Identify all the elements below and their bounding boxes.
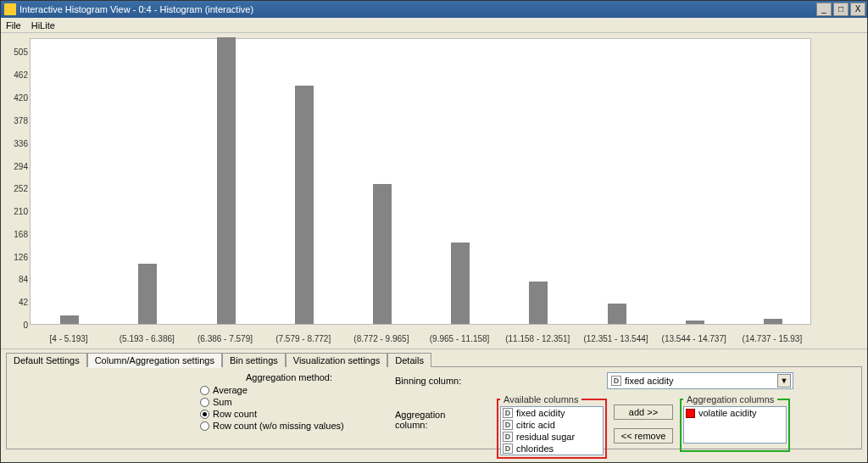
histogram-bar[interactable]: [60, 315, 79, 324]
y-tick-label: 84: [8, 275, 28, 284]
y-tick-label: 168: [8, 229, 28, 238]
y-tick-label: 42: [8, 298, 28, 307]
x-tick-label: (11.158 - 12.351]: [505, 334, 570, 343]
x-tick-label: (7.579 - 8.772]: [275, 334, 331, 343]
radio-icon: [200, 410, 209, 419]
x-tick-label: (5.193 - 6.386]: [120, 334, 175, 343]
tab-visualization-settings[interactable]: Visualization settings: [286, 353, 388, 367]
y-tick-label: 462: [8, 70, 28, 80]
radio-average[interactable]: Average: [200, 384, 378, 396]
maximize-button[interactable]: □: [833, 3, 849, 16]
histogram-bar[interactable]: [529, 282, 548, 324]
menubar: File HiLite: [1, 18, 867, 33]
color-swatch-icon: [686, 409, 695, 418]
histogram-bar[interactable]: [295, 86, 314, 324]
aggregation-column-label: Aggregation column:: [395, 411, 480, 428]
double-type-icon: D: [503, 443, 513, 454]
list-item[interactable]: Dchlorides: [501, 443, 603, 455]
list-item[interactable]: volatile acidity: [684, 407, 786, 419]
double-type-icon: D: [503, 432, 513, 442]
double-type-icon: D: [503, 420, 513, 430]
histogram-bar[interactable]: [138, 264, 157, 324]
x-tick-label: [4 - 5.193]: [50, 334, 88, 343]
add-button[interactable]: add >>: [614, 404, 673, 420]
y-tick-label: 252: [8, 184, 28, 193]
remove-button[interactable]: << remove: [614, 428, 673, 443]
radio-row-count[interactable]: Row count: [200, 408, 378, 420]
radio-icon: [200, 421, 209, 431]
settings-tabs: Default Settings Column/Aggregation sett…: [6, 353, 862, 367]
y-tick-label: 420: [8, 93, 28, 103]
y-tick-label: 505: [8, 47, 28, 56]
list-item[interactable]: Dresidual sugar: [501, 431, 603, 443]
list-item[interactable]: Dfixed acidity: [501, 407, 603, 419]
app-icon: [4, 3, 16, 15]
radio-row-count-no-missing[interactable]: Row count (w/o missing values): [200, 420, 378, 432]
y-tick-label: 378: [8, 115, 28, 125]
tab-default-settings[interactable]: Default Settings: [6, 353, 87, 367]
minimize-button[interactable]: _: [816, 3, 832, 16]
x-tick-label: (13.544 - 14.737]: [662, 334, 726, 343]
aggregation-columns-list[interactable]: volatile acidity: [683, 406, 787, 443]
radio-sum[interactable]: Sum: [200, 396, 378, 408]
y-tick-label: 126: [8, 252, 28, 261]
window-title: Interactive Histogram View - 0:4 - Histo…: [19, 4, 253, 14]
available-columns-list[interactable]: Dfixed acidityDcitric acidDresidual suga…: [500, 406, 604, 455]
plot-area: [30, 38, 811, 325]
binning-column-combo[interactable]: Dfixed acidity ▼: [607, 372, 793, 389]
radio-icon: [200, 386, 209, 395]
settings-panel: Aggregation method: Average Sum Row coun…: [6, 366, 862, 449]
binning-column-label: Binning column:: [395, 372, 480, 389]
close-button[interactable]: X: [850, 3, 865, 16]
x-tick-label: (12.351 - 13.544]: [583, 334, 648, 343]
histogram-bar[interactable]: [451, 243, 470, 324]
tab-bin-settings[interactable]: Bin settings: [222, 353, 286, 367]
x-tick-label: (8.772 - 9.965]: [353, 334, 409, 343]
double-type-icon: D: [611, 376, 621, 386]
menu-file[interactable]: File: [6, 20, 21, 31]
list-item[interactable]: Dcitric acid: [501, 419, 603, 431]
histogram-chart: 50546242037833629425221016812684420[4 - …: [4, 33, 862, 349]
titlebar: Interactive Histogram View - 0:4 - Histo…: [1, 1, 867, 18]
x-tick-label: (9.965 - 11.158]: [430, 334, 490, 343]
radio-icon: [200, 398, 209, 407]
x-tick-label: (14.737 - 15.93]: [743, 334, 803, 343]
x-tick-label: (6.386 - 7.579]: [198, 334, 253, 343]
tab-column-aggregation[interactable]: Column/Aggregation settings: [87, 353, 222, 367]
y-tick-label: 294: [8, 161, 28, 170]
histogram-bar[interactable]: [686, 321, 704, 324]
histogram-bar[interactable]: [764, 319, 782, 324]
aggregation-method-group: Aggregation method: Average Sum Row coun…: [200, 372, 378, 432]
bottom-panel: Default Settings Column/Aggregation sett…: [1, 349, 867, 462]
y-tick-label: 336: [8, 138, 28, 148]
histogram-bar[interactable]: [373, 184, 392, 324]
aggregation-method-label: Aggregation method:: [200, 372, 378, 382]
y-tick-label: 210: [8, 207, 28, 216]
app-window: Interactive Histogram View - 0:4 - Histo…: [0, 0, 868, 463]
histogram-bar[interactable]: [608, 304, 626, 324]
double-type-icon: D: [503, 408, 513, 418]
available-columns-group: Available columns Dfixed acidityDcitric …: [497, 394, 607, 459]
y-tick-label: 0: [8, 321, 28, 330]
chevron-down-icon: ▼: [777, 374, 791, 388]
tab-details[interactable]: Details: [387, 353, 431, 367]
menu-hilite[interactable]: HiLite: [31, 20, 55, 31]
aggregation-columns-group: Aggregation columns volatile acidity: [680, 394, 790, 452]
histogram-bar[interactable]: [217, 37, 236, 324]
